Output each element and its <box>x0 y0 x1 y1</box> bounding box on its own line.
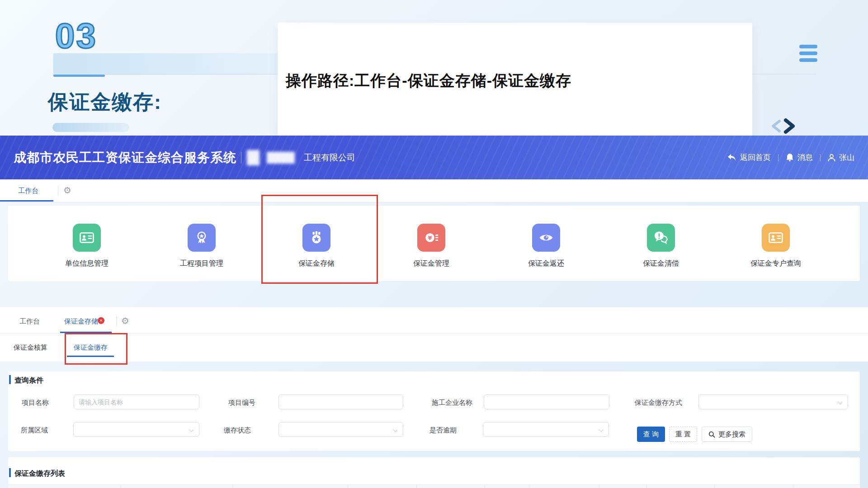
section-accent-bar <box>9 375 11 384</box>
tab-divider <box>116 316 117 326</box>
bell-icon <box>786 153 794 162</box>
redacted-company-name <box>247 150 259 165</box>
module-label: 保证金存储 <box>276 259 357 268</box>
chevron-down-icon <box>393 428 397 432</box>
system-title: 成都市农民工工资保证金综合服务系统 <box>14 149 236 166</box>
step-title: 保证金缴存: <box>48 89 162 116</box>
svg-text:¥: ¥ <box>428 235 432 241</box>
reset-button[interactable]: 重 置 <box>669 427 697 442</box>
operation-path-text: 操作路径:工作台-保证金存储-保证金缴存 <box>286 70 571 91</box>
subtab-deposit-accounting[interactable]: 保证金核算 <box>14 343 47 352</box>
safe-medal-icon <box>302 224 330 252</box>
tab-bar-storage: 工作台 保证金存储 × ⚙ 保证金核算 保证金缴存 <box>0 307 868 361</box>
id-card-icon <box>762 224 790 252</box>
modules-panel: 单位信息管理 工程项目管理 保证金存储 ¥ 保证金管理 保证金返还 <box>8 206 860 281</box>
active-tab-underline <box>0 200 53 202</box>
module-project-mgmt[interactable]: 工程项目管理 <box>161 224 242 268</box>
module-label: 保证金清偿 <box>620 259 702 268</box>
section-accent-bar <box>9 468 11 477</box>
tab-bar-workspace: 工作台 ⚙ <box>0 179 868 202</box>
company-name-input[interactable] <box>484 394 609 409</box>
module-label: 保证金管理 <box>391 259 472 268</box>
header-divider <box>241 152 241 164</box>
project-no-label: 项目编号 <box>228 399 255 407</box>
tab-workbench[interactable]: 工作台 <box>18 187 38 195</box>
nav-divider <box>820 154 821 161</box>
tab-row-border <box>0 333 868 333</box>
gear-icon[interactable]: ⚙ <box>121 316 129 325</box>
region-label: 所属区域 <box>21 426 48 435</box>
chat-alert-icon <box>647 224 675 252</box>
gear-icon[interactable]: ⚙ <box>63 186 71 195</box>
project-name-input[interactable] <box>74 394 199 409</box>
company-name-label: 施工企业名称 <box>432 399 472 407</box>
project-no-input[interactable] <box>278 394 403 409</box>
module-label: 单位信息管理 <box>46 259 127 268</box>
app-header: 成都市农民工工资保证金综合服务系统 工程有限公司 返回首页 消息 张山 <box>0 136 868 179</box>
module-label: 保证金返还 <box>505 259 587 268</box>
module-deposit-storage[interactable]: 保证金存储 <box>276 224 357 268</box>
deposit-list-panel: 保证金缴存列表 <box>8 457 860 488</box>
module-deposit-mgmt[interactable]: ¥ 保证金管理 <box>391 224 472 268</box>
username: 张山 <box>839 152 854 163</box>
header-nav: 返回首页 消息 张山 <box>727 136 854 179</box>
module-unit-info[interactable]: 单位信息管理 <box>46 224 127 268</box>
search-icon <box>708 431 715 438</box>
query-panel: 查询条件 项目名称 项目编号 施工企业名称 保证金缴存方式 所属区域 缴存状态 … <box>8 371 860 451</box>
module-deposit-refund[interactable]: 保证金返还 <box>505 224 587 268</box>
chevron-right-icon[interactable] <box>786 120 793 132</box>
tab-workbench[interactable]: 工作台 <box>19 317 40 326</box>
chevron-down-icon <box>838 400 842 404</box>
chevron-left-icon[interactable] <box>773 121 779 131</box>
more-search-button[interactable]: 更多搜索 <box>702 427 752 442</box>
deposit-status-select[interactable] <box>278 422 403 437</box>
path-note-card: 操作路径:工作台-保证金存储-保证金缴存 <box>278 23 752 136</box>
module-deposit-settlement[interactable]: 保证金清偿 <box>620 224 702 268</box>
coin-yuan-icon: ¥ <box>417 224 445 252</box>
deposit-status-label: 缴存状态 <box>224 426 251 435</box>
deposit-method-label: 保证金缴存方式 <box>635 399 682 407</box>
module-special-account-query[interactable]: 保证金专户查询 <box>735 224 816 268</box>
user-menu[interactable]: 张山 <box>828 152 854 163</box>
reply-arrow-icon <box>727 154 736 162</box>
region-select[interactable] <box>73 422 199 437</box>
step-underline <box>53 75 105 77</box>
tab-divider <box>58 186 58 196</box>
query-section-title: 查询条件 <box>14 376 43 385</box>
menu-icon[interactable] <box>799 45 818 65</box>
user-icon <box>828 154 835 162</box>
redacted-company-name <box>267 152 295 164</box>
nav-divider <box>778 154 778 161</box>
deposit-method-select[interactable] <box>698 394 848 409</box>
tab-deposit-storage[interactable]: 保证金存储 <box>64 317 98 326</box>
tutorial-slide: 03 保证金缴存: 操作路径:工作台-保证金存储-保证金缴存 成都市农民工工资保… <box>0 0 868 488</box>
chevron-down-icon <box>599 428 603 432</box>
module-label: 工程项目管理 <box>161 259 242 268</box>
messages-button[interactable]: 消息 <box>786 152 813 163</box>
list-section-title: 保证金缴存列表 <box>14 469 65 479</box>
overdue-label: 是否逾期 <box>429 426 457 435</box>
company-name-suffix: 工程有限公司 <box>304 152 355 164</box>
overdue-select[interactable] <box>483 422 609 437</box>
eye-icon <box>532 224 560 252</box>
id-card-icon <box>73 224 101 252</box>
subtab-deposit-payment[interactable]: 保证金缴存 <box>74 343 108 352</box>
close-tab-icon[interactable]: × <box>98 317 104 324</box>
table-header-row <box>8 484 860 488</box>
slide-nav-arrows <box>769 117 801 136</box>
title-accent-pill <box>52 123 129 132</box>
medal-icon <box>188 224 216 252</box>
active-subtab-underline <box>67 356 114 357</box>
chevron-down-icon <box>189 428 193 432</box>
project-name-label: 项目名称 <box>22 399 49 407</box>
module-label: 保证金专户查询 <box>735 259 816 268</box>
search-button[interactable]: 查 询 <box>637 427 665 442</box>
step-number: 03 <box>55 15 97 56</box>
back-home-button[interactable]: 返回首页 <box>727 152 771 163</box>
